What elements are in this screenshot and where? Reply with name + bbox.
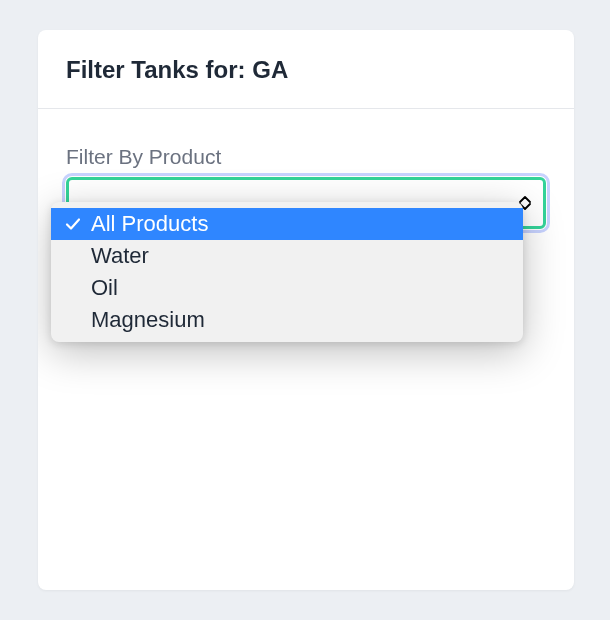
product-filter-label: Filter By Product (66, 145, 546, 169)
dropdown-item-label: Magnesium (91, 307, 511, 333)
dropdown-item-magnesium[interactable]: Magnesium (51, 304, 523, 336)
dropdown-item-all-products[interactable]: All Products (51, 208, 523, 240)
dropdown-item-water[interactable]: Water (51, 240, 523, 272)
card-title: Filter Tanks for: GA (66, 56, 546, 84)
check-icon (65, 216, 81, 232)
filter-card: Filter Tanks for: GA Filter By Product A… (38, 30, 574, 590)
dropdown-item-label: Oil (91, 275, 511, 301)
check-slot (65, 216, 91, 232)
card-header: Filter Tanks for: GA (38, 30, 574, 109)
card-body: Filter By Product All Products (38, 109, 574, 257)
dropdown-item-label: Water (91, 243, 511, 269)
product-select-wrapper: All Products Water Oil Magnesium (66, 177, 546, 229)
dropdown-item-oil[interactable]: Oil (51, 272, 523, 304)
dropdown-item-label: All Products (91, 211, 511, 237)
product-dropdown-menu: All Products Water Oil Magnesium (51, 202, 523, 342)
